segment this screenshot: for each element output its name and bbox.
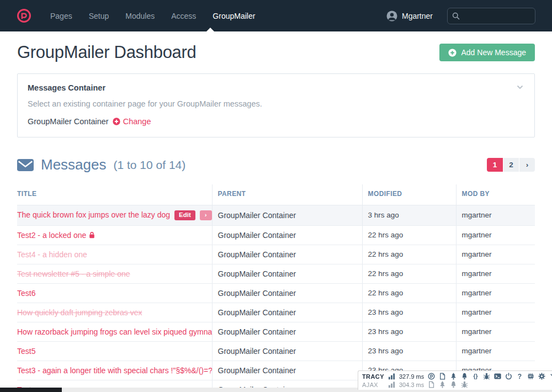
message-title-link[interactable]: Test3 - again a longer title with specia… — [17, 366, 212, 375]
tree-icon[interactable] — [439, 381, 446, 388]
column-header-title[interactable]: TITLE — [17, 184, 212, 205]
table-row: How quickly daft jumping zebras vex Grou… — [17, 303, 535, 322]
cell-parent: GroupMailer Container — [212, 341, 362, 361]
table-row: Test6 GroupMailer Container 22 hrs ago m… — [17, 283, 535, 303]
message-title-link[interactable]: How razorback jumping frogs can level si… — [17, 327, 212, 336]
gear-icon[interactable] — [538, 373, 545, 380]
messages-container-panel: Messages Container Select an existing co… — [17, 73, 535, 137]
search-input[interactable] — [447, 8, 535, 24]
cell-modby: mgartner — [456, 341, 535, 361]
lock-icon — [89, 231, 95, 239]
column-header-modified[interactable]: MODIFIED — [362, 184, 456, 205]
cell-modby: mgartner — [456, 322, 535, 341]
panel-title: Messages Container — [28, 83, 524, 92]
add-new-message-button[interactable]: Add New Message — [439, 44, 535, 61]
user-avatar-icon — [386, 10, 397, 22]
page-1-button[interactable]: 1 — [487, 158, 503, 172]
power-icon[interactable] — [505, 373, 512, 380]
cell-modified: 23 hrs ago — [362, 341, 456, 361]
bug-icon[interactable] — [461, 381, 468, 388]
user-menu[interactable]: Mgartner — [386, 10, 433, 22]
terminal-icon[interactable] — [494, 373, 501, 380]
pw-icon[interactable] — [428, 373, 435, 380]
chevron-down-icon[interactable] — [517, 85, 523, 89]
page-2-button[interactable]: 2 — [503, 158, 519, 172]
message-title-link[interactable]: Test newsletter #5 - a simple one — [17, 269, 130, 278]
bug-icon[interactable] — [483, 373, 490, 380]
message-title-link[interactable]: Test2 - a locked one — [17, 231, 86, 240]
cell-parent: GroupMailer Container — [212, 322, 362, 341]
nav-item-modules[interactable]: Modules — [125, 12, 155, 20]
nav-item-pages[interactable]: Pages — [50, 12, 72, 20]
table-row: Test newsletter #5 - a simple one GroupM… — [17, 264, 535, 283]
cell-parent: GroupMailer Container — [212, 225, 362, 245]
column-header-modby[interactable]: MOD BY — [456, 184, 535, 205]
cell-modified: 22 hrs ago — [362, 264, 456, 283]
panel-description: Select an existing container page for yo… — [28, 99, 524, 108]
cell-parent: GroupMailer Container — [212, 245, 362, 264]
cell-parent: GroupMailer Container — [212, 205, 362, 226]
message-title-link[interactable]: Test4 - a hidden one — [17, 250, 87, 259]
main-nav: Pages Setup Modules Access GroupMailer — [50, 12, 255, 20]
edit-badge[interactable]: Edit — [174, 210, 195, 220]
ajax-label[interactable]: AJAX — [362, 382, 384, 388]
cell-parent: GroupMailer Container — [212, 303, 362, 322]
cell-modified: 23 hrs ago — [362, 303, 456, 322]
message-title-link[interactable]: How quickly daft jumping zebras vex — [17, 308, 142, 317]
tracy-main-row: TRACY 327.9 ms — [362, 372, 550, 380]
plus-circle-icon — [448, 49, 457, 57]
row-badges: Edit› — [170, 210, 212, 219]
change-container-link[interactable]: Change — [113, 117, 151, 126]
cell-modified: 22 hrs ago — [362, 225, 456, 245]
plus-circle-icon — [113, 118, 120, 125]
tracy-ajax-row: AJAX 304.3 ms — [362, 380, 550, 389]
messages-table: TITLE PARENT MODIFIED MOD BY The quick b… — [17, 184, 535, 392]
cell-modby: mgartner — [456, 225, 535, 245]
file-icon[interactable] — [439, 373, 446, 380]
bell-icon[interactable] — [450, 381, 457, 388]
chip-icon[interactable] — [527, 373, 534, 380]
user-name: Mgartner — [402, 12, 433, 20]
message-title-link[interactable]: Test6 — [17, 289, 35, 298]
open-badge[interactable]: › — [200, 210, 212, 220]
nav-item-access[interactable]: Access — [171, 12, 196, 20]
processwire-logo-icon[interactable] — [17, 8, 31, 23]
tracy-label[interactable]: TRACY — [362, 373, 384, 380]
cell-modby: mgartner — [456, 205, 535, 226]
top-navbar: Pages Setup Modules Access GroupMailer M… — [0, 0, 552, 31]
table-row: Test4 - a hidden one GroupMailer Contain… — [17, 245, 535, 264]
messages-table-body: The quick brown fox jumps over the lazy … — [17, 205, 535, 392]
table-row: Test5 GroupMailer Container 23 hrs ago m… — [17, 341, 535, 361]
active-nav-caret — [206, 28, 214, 31]
meter-icon — [388, 373, 395, 380]
search-icon — [452, 12, 460, 20]
file-icon[interactable] — [428, 381, 435, 388]
nav-item-groupmailer[interactable]: GroupMailer — [213, 12, 255, 20]
braces-icon[interactable] — [472, 373, 479, 380]
next-page-button[interactable]: › — [519, 158, 535, 172]
tree-icon[interactable] — [450, 373, 457, 380]
message-title-link[interactable]: Test5 — [17, 347, 35, 356]
cell-modby: mgartner — [456, 245, 535, 264]
tracy-icons — [428, 373, 552, 380]
table-row: How razorback jumping frogs can level si… — [17, 322, 535, 341]
bell-icon[interactable] — [461, 373, 468, 380]
meter-icon — [388, 381, 395, 388]
pagination: 1 2 › — [487, 158, 535, 172]
page-title: GroupMailer Dashboard — [17, 43, 197, 62]
scrollbar-thumb[interactable] — [0, 388, 62, 392]
current-container-label: GroupMailer Container — [28, 117, 109, 126]
cell-parent: GroupMailer Container — [212, 264, 362, 283]
envelope-icon — [17, 159, 34, 171]
message-title-link[interactable]: The quick brown fox jumps over the lazy … — [17, 210, 170, 219]
messages-heading: Messages — [41, 156, 107, 173]
arrow-icon[interactable] — [549, 373, 552, 380]
tracy-debug-bar: TRACY 327.9 ms AJAX 304.3 ms — [358, 370, 552, 390]
nav-item-setup[interactable]: Setup — [89, 12, 109, 20]
question-icon[interactable] — [516, 373, 523, 380]
cell-modified: 22 hrs ago — [362, 283, 456, 303]
cell-modified: 22 hrs ago — [362, 245, 456, 264]
change-link-label: Change — [123, 117, 151, 126]
column-header-parent[interactable]: PARENT — [212, 184, 362, 205]
table-row: The quick brown fox jumps over the lazy … — [17, 205, 535, 226]
